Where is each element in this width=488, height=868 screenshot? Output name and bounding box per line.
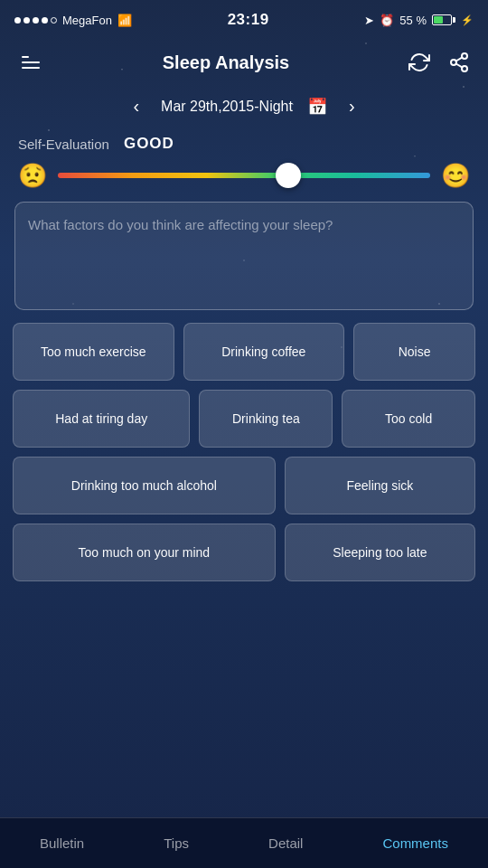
signal-dots: [14, 17, 57, 24]
tags-row-2: Had at tiring day Drinking tea Too cold: [13, 390, 475, 448]
tag-too-much-exercise[interactable]: Too much exercise: [13, 323, 174, 381]
location-icon: ➤: [364, 14, 374, 27]
sad-emoji: 😟: [18, 164, 47, 187]
mood-slider-row: 😟 😊: [18, 164, 470, 187]
nav-comments[interactable]: Comments: [368, 828, 463, 858]
nav-detail[interactable]: Detail: [254, 828, 317, 858]
prev-date-button[interactable]: ‹: [126, 92, 146, 120]
slider-thumb: [276, 163, 301, 188]
status-left: MegaFon 📶: [14, 14, 132, 27]
bottom-navigation: Bulletin Tips Detail Comments: [0, 817, 488, 868]
status-right: ➤ ⏰ 55 % ⚡: [364, 14, 474, 27]
factors-textarea[interactable]: What factors do you think are affecting …: [14, 202, 474, 310]
self-eval-label: Self-Evaluation: [18, 137, 109, 152]
nav-bulletin[interactable]: Bulletin: [25, 828, 99, 858]
tags-row-1: Too much exercise Drinking coffee Noise: [13, 323, 475, 381]
date-navigation: ‹ Mar 29th,2015-Night 📅 ›: [0, 85, 488, 131]
share-button[interactable]: [445, 48, 474, 77]
factors-placeholder: What factors do you think are affecting …: [28, 217, 333, 232]
status-bar: MegaFon 📶 23:19 ➤ ⏰ 55 % ⚡: [0, 0, 488, 40]
page-title: Sleep Analysis: [163, 52, 289, 73]
tag-too-much-on-mind[interactable]: Too much on your mind: [13, 524, 276, 581]
menu-button[interactable]: [14, 46, 47, 79]
happy-emoji: 😊: [441, 164, 470, 187]
refresh-button[interactable]: [405, 48, 434, 77]
tag-sleeping-late[interactable]: Sleeping too late: [285, 524, 475, 581]
next-date-button[interactable]: ›: [342, 92, 362, 120]
carrier-label: MegaFon: [62, 14, 112, 27]
tags-row-3: Drinking too much alcohol Feeling sick: [13, 457, 475, 514]
tags-section: Too much exercise Drinking coffee Noise …: [0, 323, 488, 581]
wifi-icon: 📶: [117, 14, 132, 27]
app-header: Sleep Analysis: [0, 40, 488, 85]
tag-had-tiring-day[interactable]: Had at tiring day: [13, 390, 190, 448]
alarm-icon: ⏰: [380, 14, 394, 27]
date-label: Mar 29th,2015-Night: [161, 99, 293, 115]
tags-row-4: Too much on your mind Sleeping too late: [13, 524, 475, 581]
mood-slider[interactable]: [58, 173, 430, 178]
tag-too-cold[interactable]: Too cold: [342, 390, 475, 448]
svg-line-4: [456, 58, 463, 61]
header-actions: [405, 48, 474, 77]
calendar-icon[interactable]: 📅: [307, 97, 327, 117]
tag-feeling-sick[interactable]: Feeling sick: [285, 457, 475, 514]
battery-icon: [432, 14, 455, 25]
nav-tips[interactable]: Tips: [149, 828, 203, 858]
battery-label: 55 %: [399, 14, 427, 27]
tag-noise[interactable]: Noise: [353, 323, 475, 381]
self-eval-value: GOOD: [124, 135, 174, 153]
self-evaluation-section: Self-Evaluation GOOD 😟 😊: [0, 131, 488, 194]
time-label: 23:19: [228, 11, 269, 29]
svg-line-3: [456, 64, 463, 68]
tag-drinking-coffee[interactable]: Drinking coffee: [183, 323, 345, 381]
menu-icon: [22, 56, 40, 69]
tag-drinking-alcohol[interactable]: Drinking too much alcohol: [13, 457, 276, 514]
charging-icon: ⚡: [461, 14, 474, 26]
tag-drinking-tea[interactable]: Drinking tea: [199, 390, 333, 448]
